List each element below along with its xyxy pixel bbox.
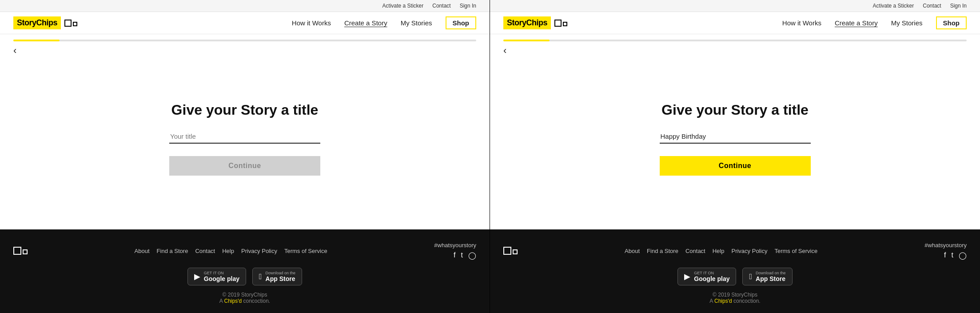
footer-sq-right	[503, 247, 511, 255]
footer-contact-right[interactable]: Contact	[685, 248, 705, 254]
nav-shop-right[interactable]: Shop	[936, 16, 967, 29]
footer-top-right: About Find a Store Contact Help Privacy …	[503, 242, 967, 260]
nav-my-stories-left[interactable]: My Stories	[401, 19, 432, 27]
logo-sq-small-right	[563, 22, 567, 26]
footer-contact-left[interactable]: Contact	[195, 248, 215, 254]
chiprd-link-right[interactable]: Chips'd	[714, 298, 732, 304]
footer-copyright-right: © 2019 StoryChips	[503, 292, 967, 298]
footer-copyright-left: © 2019 StoryChips	[13, 292, 476, 298]
footer-privacy-left[interactable]: Privacy Policy	[241, 248, 277, 254]
logo-left[interactable]: StoryChips	[13, 16, 77, 29]
facebook-icon-left[interactable]: f	[454, 251, 455, 260]
google-play-small-right: GET IT ON	[694, 271, 729, 275]
logo-text-right: StoryChips	[503, 16, 551, 29]
logo-sq-left	[64, 20, 72, 27]
footer-nav-left: About Find a Store Contact Help Privacy …	[135, 248, 327, 254]
footer-hashtag-right: #whatsyourstory	[924, 242, 967, 249]
app-store-name-right: App Store	[756, 275, 786, 282]
app-store-badge-right[interactable]:  Download on the App Store	[742, 268, 792, 285]
nav-how-it-works-right[interactable]: How it Works	[782, 19, 821, 27]
logo-sq-right	[554, 20, 562, 27]
footer-apps-right: ▶ GET IT ON Google play  Download on th…	[503, 268, 967, 285]
title-input-left[interactable]	[169, 131, 320, 144]
logo-text-left: StoryChips	[13, 16, 61, 29]
signin-link-right[interactable]: Sign In	[950, 3, 967, 9]
title-input-right[interactable]	[660, 131, 811, 144]
footer-bottom-left: © 2019 StoryChips A Chips'd concoction.	[13, 292, 476, 304]
panel-left: Activate a Sticker Contact Sign In Story…	[0, 0, 490, 313]
continue-button-left[interactable]: Continue	[169, 156, 320, 176]
google-play-name-right: Google play	[694, 275, 729, 282]
twitter-icon-right[interactable]: t	[952, 251, 953, 260]
social-icons-left: f t ◯	[454, 251, 476, 260]
footer-sq-small-left	[23, 249, 28, 254]
progress-area-right	[490, 34, 980, 41]
footer-hashtag-left: #whatsyourstory	[434, 242, 476, 249]
logo-icon-left	[64, 20, 77, 27]
google-play-small-left: GET IT ON	[204, 271, 239, 275]
signin-link-left[interactable]: Sign In	[460, 3, 476, 9]
footer-find-store-left[interactable]: Find a Store	[157, 248, 188, 254]
nav-my-stories-right[interactable]: My Stories	[891, 19, 923, 27]
contact-link-right[interactable]: Contact	[923, 3, 941, 9]
instagram-icon-left[interactable]: ◯	[468, 251, 476, 260]
activate-sticker-link-left[interactable]: Activate a Sticker	[382, 3, 424, 9]
facebook-icon-right[interactable]: f	[944, 251, 946, 260]
back-button-left[interactable]: ‹	[13, 45, 16, 56]
footer-terms-right[interactable]: Terms of Service	[774, 248, 817, 254]
logo-right[interactable]: StoryChips	[503, 16, 567, 29]
panel-right: Activate a Sticker Contact Sign In Story…	[490, 0, 980, 313]
footer-privacy-right[interactable]: Privacy Policy	[731, 248, 767, 254]
story-heading-right: Give your Story a title	[661, 102, 809, 118]
nav-shop-left[interactable]: Shop	[446, 16, 477, 29]
footer-left: About Find a Store Contact Help Privacy …	[0, 229, 490, 313]
app-store-text-left: Download on the App Store	[266, 271, 296, 282]
main-content-right: Give your Story a title Continue	[490, 56, 980, 229]
google-play-text-right: GET IT ON Google play	[694, 271, 729, 282]
footer-right: About Find a Store Contact Help Privacy …	[490, 229, 980, 313]
chiprd-link-left[interactable]: Chips'd	[224, 298, 242, 304]
utility-bar-right: Activate a Sticker Contact Sign In	[490, 0, 980, 12]
social-icons-right: f t ◯	[944, 251, 967, 260]
twitter-icon-left[interactable]: t	[461, 251, 463, 260]
footer-chiprd-right: A Chips'd concoction.	[503, 298, 967, 304]
continue-button-right[interactable]: Continue	[660, 156, 811, 176]
app-store-icon-left: 	[259, 272, 262, 281]
footer-find-store-right[interactable]: Find a Store	[647, 248, 678, 254]
contact-link-left[interactable]: Contact	[432, 3, 450, 9]
nav-create-story-right[interactable]: Create a Story	[835, 19, 878, 27]
footer-about-left[interactable]: About	[135, 248, 150, 254]
footer-about-right[interactable]: About	[625, 248, 640, 254]
back-button-right[interactable]: ‹	[503, 45, 506, 56]
logo-sq-small-left	[73, 22, 77, 26]
story-heading-left: Give your Story a title	[171, 102, 319, 118]
main-content-left: Give your Story a title Continue	[0, 56, 490, 229]
footer-nav-right: About Find a Store Contact Help Privacy …	[625, 248, 817, 254]
footer-help-left[interactable]: Help	[222, 248, 234, 254]
app-store-small-right: Download on the	[756, 271, 786, 275]
nav-how-it-works-left[interactable]: How it Works	[292, 19, 331, 27]
footer-terms-left[interactable]: Terms of Service	[284, 248, 327, 254]
activate-sticker-link-right[interactable]: Activate a Sticker	[873, 3, 914, 9]
footer-top-left: About Find a Store Contact Help Privacy …	[13, 242, 476, 260]
navbar-right: StoryChips How it Works Create a Story M…	[490, 12, 980, 34]
app-store-text-right: Download on the App Store	[756, 271, 786, 282]
app-store-name-left: App Store	[266, 275, 296, 282]
nav-create-story-left[interactable]: Create a Story	[344, 19, 387, 27]
instagram-icon-right[interactable]: ◯	[959, 251, 967, 260]
footer-social-right: #whatsyourstory f t ◯	[924, 242, 967, 260]
back-btn-area-left: ‹	[0, 41, 490, 56]
google-play-badge-right[interactable]: ▶ GET IT ON Google play	[677, 268, 736, 285]
nav-links-right: How it Works Create a Story My Stories S…	[782, 16, 967, 29]
google-play-icon-left: ▶	[194, 272, 200, 281]
nav-links-left: How it Works Create a Story My Stories S…	[292, 16, 476, 29]
google-play-icon-right: ▶	[684, 272, 690, 281]
google-play-badge-left[interactable]: ▶ GET IT ON Google play	[187, 268, 246, 285]
footer-help-right[interactable]: Help	[713, 248, 725, 254]
footer-chiprd-left: A Chips'd concoction.	[13, 298, 476, 304]
google-play-text-left: GET IT ON Google play	[204, 271, 239, 282]
app-store-badge-left[interactable]:  Download on the App Store	[252, 268, 302, 285]
logo-icon-right	[554, 20, 567, 27]
footer-sq-small-right	[513, 249, 518, 254]
app-store-small-left: Download on the	[266, 271, 296, 275]
